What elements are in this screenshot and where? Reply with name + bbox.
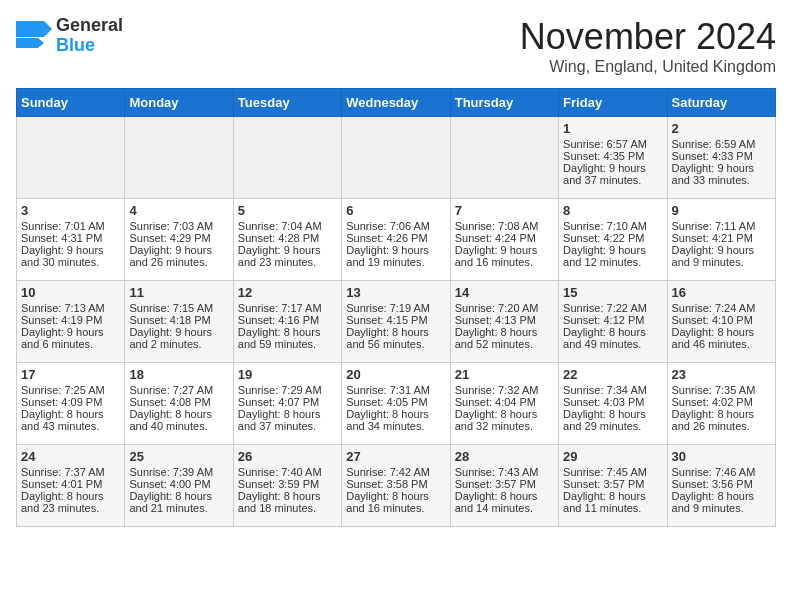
day-info-line: and 34 minutes.: [346, 420, 445, 432]
day-info-line: Sunrise: 7:27 AM: [129, 384, 228, 396]
cell-day-empty: [342, 117, 450, 199]
day-info-line: Sunset: 4:00 PM: [129, 478, 228, 490]
day-info-line: Sunrise: 7:37 AM: [21, 466, 120, 478]
day-number: 16: [672, 285, 771, 300]
day-info-line: Sunrise: 7:22 AM: [563, 302, 662, 314]
day-info-line: Daylight: 8 hours: [672, 408, 771, 420]
cell-day-12: 12Sunrise: 7:17 AMSunset: 4:16 PMDayligh…: [233, 281, 341, 363]
day-info-line: Daylight: 8 hours: [129, 408, 228, 420]
day-info-line: Sunset: 4:03 PM: [563, 396, 662, 408]
day-info-line: and 29 minutes.: [563, 420, 662, 432]
week-row-2: 3Sunrise: 7:01 AMSunset: 4:31 PMDaylight…: [17, 199, 776, 281]
day-info-line: Sunrise: 7:24 AM: [672, 302, 771, 314]
day-info-line: Sunset: 4:16 PM: [238, 314, 337, 326]
day-info-line: Sunset: 4:15 PM: [346, 314, 445, 326]
day-info-line: Sunset: 4:10 PM: [672, 314, 771, 326]
day-info-line: Sunset: 3:57 PM: [563, 478, 662, 490]
day-info-line: and 56 minutes.: [346, 338, 445, 350]
cell-day-4: 4Sunrise: 7:03 AMSunset: 4:29 PMDaylight…: [125, 199, 233, 281]
cell-day-20: 20Sunrise: 7:31 AMSunset: 4:05 PMDayligh…: [342, 363, 450, 445]
day-info-line: Sunrise: 7:19 AM: [346, 302, 445, 314]
day-info-line: and 16 minutes.: [455, 256, 554, 268]
col-thursday: Thursday: [450, 89, 558, 117]
day-info-line: Sunrise: 7:31 AM: [346, 384, 445, 396]
col-monday: Monday: [125, 89, 233, 117]
day-info-line: Daylight: 9 hours: [129, 326, 228, 338]
day-number: 19: [238, 367, 337, 382]
day-info-line: and 23 minutes.: [21, 502, 120, 514]
day-info-line: Sunset: 3:59 PM: [238, 478, 337, 490]
day-number: 1: [563, 121, 662, 136]
day-info-line: and 6 minutes.: [21, 338, 120, 350]
day-info-line: Sunset: 4:13 PM: [455, 314, 554, 326]
day-info-line: Daylight: 8 hours: [563, 408, 662, 420]
day-info-line: Daylight: 9 hours: [672, 162, 771, 174]
day-number: 9: [672, 203, 771, 218]
cell-day-22: 22Sunrise: 7:34 AMSunset: 4:03 PMDayligh…: [559, 363, 667, 445]
cell-day-3: 3Sunrise: 7:01 AMSunset: 4:31 PMDaylight…: [17, 199, 125, 281]
cell-day-empty: [233, 117, 341, 199]
day-info-line: and 19 minutes.: [346, 256, 445, 268]
day-info-line: Daylight: 8 hours: [563, 490, 662, 502]
day-info-line: Daylight: 9 hours: [672, 244, 771, 256]
day-info-line: Sunrise: 7:20 AM: [455, 302, 554, 314]
day-info-line: and 32 minutes.: [455, 420, 554, 432]
day-info-line: Daylight: 9 hours: [238, 244, 337, 256]
day-number: 12: [238, 285, 337, 300]
cell-day-29: 29Sunrise: 7:45 AMSunset: 3:57 PMDayligh…: [559, 445, 667, 527]
calendar-table: Sunday Monday Tuesday Wednesday Thursday…: [16, 88, 776, 527]
day-info-line: and 2 minutes.: [129, 338, 228, 350]
day-info-line: Daylight: 8 hours: [238, 490, 337, 502]
day-info-line: and 11 minutes.: [563, 502, 662, 514]
cell-day-17: 17Sunrise: 7:25 AMSunset: 4:09 PMDayligh…: [17, 363, 125, 445]
day-number: 22: [563, 367, 662, 382]
day-info-line: Sunset: 4:28 PM: [238, 232, 337, 244]
day-number: 13: [346, 285, 445, 300]
day-info-line: Daylight: 8 hours: [455, 490, 554, 502]
cell-day-6: 6Sunrise: 7:06 AMSunset: 4:26 PMDaylight…: [342, 199, 450, 281]
day-info-line: and 37 minutes.: [563, 174, 662, 186]
day-info-line: Sunrise: 7:03 AM: [129, 220, 228, 232]
day-info-line: Sunrise: 7:15 AM: [129, 302, 228, 314]
day-info-line: Sunset: 3:58 PM: [346, 478, 445, 490]
cell-day-24: 24Sunrise: 7:37 AMSunset: 4:01 PMDayligh…: [17, 445, 125, 527]
day-info-line: Sunset: 4:35 PM: [563, 150, 662, 162]
cell-day-5: 5Sunrise: 7:04 AMSunset: 4:28 PMDaylight…: [233, 199, 341, 281]
day-info-line: and 26 minutes.: [672, 420, 771, 432]
day-info-line: and 37 minutes.: [238, 420, 337, 432]
day-number: 27: [346, 449, 445, 464]
day-info-line: Daylight: 9 hours: [455, 244, 554, 256]
day-info-line: and 14 minutes.: [455, 502, 554, 514]
day-number: 25: [129, 449, 228, 464]
day-info-line: Sunrise: 6:57 AM: [563, 138, 662, 150]
day-number: 15: [563, 285, 662, 300]
location: Wing, England, United Kingdom: [520, 58, 776, 76]
day-info-line: and 21 minutes.: [129, 502, 228, 514]
day-info-line: Sunset: 4:12 PM: [563, 314, 662, 326]
cell-day-30: 30Sunrise: 7:46 AMSunset: 3:56 PMDayligh…: [667, 445, 775, 527]
day-info-line: Sunrise: 7:35 AM: [672, 384, 771, 396]
day-number: 8: [563, 203, 662, 218]
day-info-line: Daylight: 9 hours: [21, 326, 120, 338]
day-info-line: and 59 minutes.: [238, 338, 337, 350]
day-info-line: and 40 minutes.: [129, 420, 228, 432]
header: General Blue November 2024 Wing, England…: [16, 16, 776, 76]
day-info-line: Daylight: 8 hours: [455, 408, 554, 420]
day-info-line: Sunset: 4:05 PM: [346, 396, 445, 408]
week-row-5: 24Sunrise: 7:37 AMSunset: 4:01 PMDayligh…: [17, 445, 776, 527]
month-title: November 2024: [520, 16, 776, 58]
day-number: 26: [238, 449, 337, 464]
col-sunday: Sunday: [17, 89, 125, 117]
day-number: 30: [672, 449, 771, 464]
day-info-line: Daylight: 8 hours: [455, 326, 554, 338]
cell-day-11: 11Sunrise: 7:15 AMSunset: 4:18 PMDayligh…: [125, 281, 233, 363]
cell-day-2: 2Sunrise: 6:59 AMSunset: 4:33 PMDaylight…: [667, 117, 775, 199]
day-info-line: Daylight: 8 hours: [21, 408, 120, 420]
day-info-line: Daylight: 8 hours: [238, 326, 337, 338]
day-number: 2: [672, 121, 771, 136]
day-number: 7: [455, 203, 554, 218]
cell-day-7: 7Sunrise: 7:08 AMSunset: 4:24 PMDaylight…: [450, 199, 558, 281]
day-info-line: Daylight: 8 hours: [346, 408, 445, 420]
day-info-line: Sunset: 3:57 PM: [455, 478, 554, 490]
day-info-line: and 23 minutes.: [238, 256, 337, 268]
